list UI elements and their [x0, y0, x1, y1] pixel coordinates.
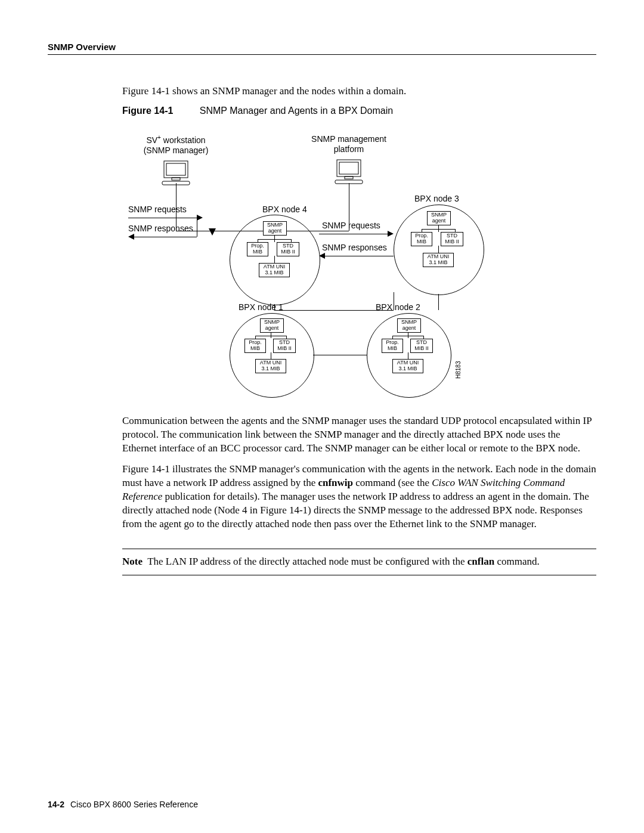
- std-mib-box: STDMIB II: [410, 339, 433, 353]
- prop-mib-box: Prop.MIB: [244, 339, 266, 353]
- svg-rect-5: [339, 162, 358, 174]
- workstation-sv-label: SV+ workstation (SNMP manager): [128, 134, 224, 156]
- node4-label: BPX node 4: [262, 205, 307, 214]
- bpx-node-3: SNMPagent Prop.MIB STDMIB II ATM UNI3.1 …: [394, 205, 484, 295]
- connector-line: [197, 218, 197, 237]
- workstation-platform: SNMP management platform: [295, 134, 402, 185]
- main-content: Figure 14-1 shows an SNMP manager and th…: [122, 85, 596, 575]
- page-number: 14-2: [48, 800, 64, 809]
- prop-mib-box: Prop.MIB: [247, 242, 268, 256]
- figure-ref-id: H8183: [455, 361, 462, 378]
- node1-label: BPX node 1: [239, 302, 283, 312]
- page-footer: 14-2 Cisco BPX 8600 Series Reference: [48, 800, 198, 809]
- arrow-right-icon: [197, 215, 203, 221]
- arrow-down-icon: [209, 227, 216, 239]
- arrow-line: [128, 218, 197, 218]
- atm-mib-box: ATM UNI3.1 MIB: [259, 263, 290, 277]
- snmp-responses-label-mid: SNMP responses: [322, 243, 387, 252]
- node3-label: BPX node 3: [414, 194, 459, 203]
- arrow-line: [319, 234, 388, 234]
- arrow-left-icon: [128, 234, 134, 240]
- header-title: SNMP Overview: [48, 42, 116, 52]
- snmp-responses-label-left: SNMP responses: [128, 224, 193, 233]
- book-title: Cisco BPX 8600 Series Reference: [70, 800, 198, 809]
- arrow-line: [325, 256, 394, 256]
- snmp-requests-label-left: SNMP requests: [128, 205, 187, 214]
- bpx-node-1: SNMPagent Prop.MIB STDMIB II ATM UNI3.1 …: [230, 313, 314, 398]
- figure-title: SNMP Manager and Agents in a BPX Domain: [200, 106, 393, 116]
- arrow-right-icon: [388, 231, 394, 237]
- cnfnwip-command: cnfnwip: [318, 477, 353, 488]
- page-header: SNMP Overview: [48, 42, 596, 55]
- atm-mib-box: ATM UNI3.1 MIB: [392, 359, 423, 373]
- figure-diagram: SV+ workstation (SNMP manager) SNMP mana…: [128, 134, 510, 397]
- svg-rect-1: [166, 163, 185, 175]
- page: SNMP Overview Figure 14-1 shows an SNMP …: [0, 0, 644, 833]
- prop-mib-box: Prop.MIB: [411, 232, 432, 246]
- cnflan-command: cnflan: [467, 556, 494, 567]
- workstation-platform-label: SNMP management platform: [295, 134, 402, 155]
- figure-number: Figure 14-1: [122, 106, 173, 116]
- atm-mib-box: ATM UNI3.1 MIB: [423, 253, 454, 267]
- snmp-agent-box: SNMPagent: [397, 318, 421, 333]
- std-mib-box: STDMIB II: [441, 232, 463, 246]
- bpx-node-4: SNMPagent Prop.MIB STDMIB II ATM UNI3.1 …: [230, 215, 320, 305]
- svg-rect-6: [345, 176, 353, 179]
- note-block: Note The LAN IP address of the directly …: [122, 549, 596, 575]
- std-mib-box: STDMIB II: [277, 242, 299, 256]
- arrow-line: [134, 237, 197, 237]
- monitor-icon: [161, 160, 191, 187]
- arrow-left-icon: [319, 253, 325, 259]
- snmp-agent-box: SNMPagent: [427, 211, 451, 225]
- atm-mib-box: ATM UNI3.1 MIB: [255, 359, 286, 373]
- node2-label: BPX node 2: [376, 302, 420, 312]
- intro-text: Figure 14-1 shows an SNMP manager and th…: [122, 85, 596, 98]
- prop-mib-box: Prop.MIB: [382, 339, 403, 353]
- connector-line: [438, 294, 439, 310]
- monitor-icon: [334, 159, 364, 185]
- paragraph-1: Communication between the agents and the…: [122, 414, 596, 456]
- snmp-requests-label-mid: SNMP requests: [322, 221, 380, 230]
- std-mib-box: STDMIB II: [273, 339, 296, 353]
- snmp-agent-box: SNMPagent: [263, 221, 287, 236]
- figure-caption: Figure 14-1 SNMP Manager and Agents in a…: [122, 106, 596, 116]
- snmp-agent-box: SNMPagent: [260, 318, 284, 333]
- paragraph-2: Figure 14-1 illustrates the SNMP manager…: [122, 463, 596, 531]
- workstation-sv: SV+ workstation (SNMP manager): [128, 134, 224, 187]
- note-label: Note: [122, 556, 143, 567]
- svg-rect-2: [172, 178, 180, 180]
- connector-line: [313, 355, 367, 355]
- bpx-node-2: SNMPagent Prop.MIB STDMIB II ATM UNI3.1 …: [367, 313, 451, 398]
- svg-marker-8: [209, 228, 216, 236]
